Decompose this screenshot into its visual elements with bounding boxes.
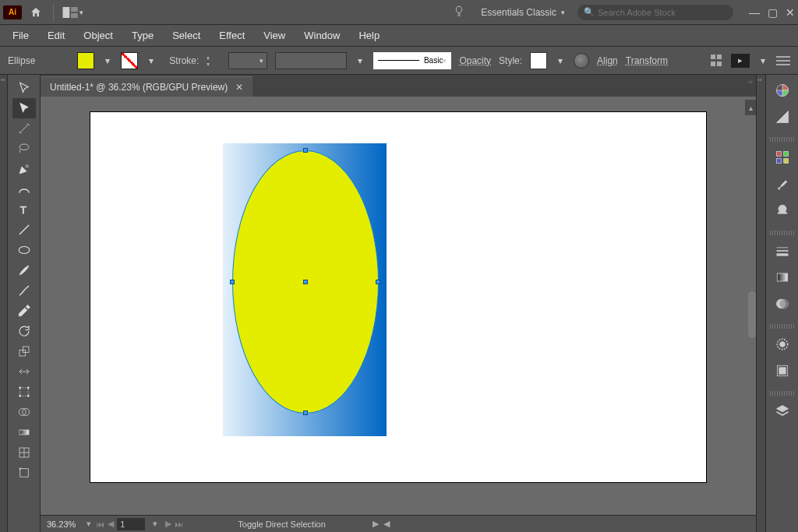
appearance-panel-button[interactable] bbox=[771, 333, 794, 355]
discover-lightbulb-icon[interactable] bbox=[453, 5, 465, 20]
mesh-tool[interactable] bbox=[12, 442, 36, 463]
fill-dropdown[interactable]: ▾ bbox=[102, 52, 113, 69]
swatches-panel-button[interactable] bbox=[771, 146, 794, 168]
width-tool[interactable] bbox=[12, 361, 36, 382]
anchor-handle-left[interactable] bbox=[230, 280, 235, 284]
chevron-down-icon: ▾ bbox=[79, 9, 83, 16]
anchor-handle-right[interactable] bbox=[376, 280, 380, 284]
gradient-tool[interactable] bbox=[12, 422, 36, 442]
minimize-button[interactable]: — bbox=[749, 6, 760, 19]
transparency-panel-button[interactable] bbox=[771, 293, 794, 315]
left-collapsed-panel-strip[interactable]: ›› bbox=[0, 75, 8, 532]
menu-type[interactable]: Type bbox=[124, 26, 161, 44]
hscroll-left[interactable]: ◀ bbox=[383, 519, 390, 529]
home-button[interactable] bbox=[26, 3, 45, 22]
first-artboard-button[interactable]: ⏮ bbox=[96, 520, 104, 529]
panel-collapse-chevron-icon[interactable]: ‹‹ bbox=[748, 78, 753, 86]
free-transform-tool[interactable] bbox=[12, 382, 36, 402]
last-artboard-button[interactable]: ⏭ bbox=[175, 520, 183, 529]
search-stock-field[interactable]: 🔍 bbox=[577, 5, 733, 20]
panel-group-grip-4[interactable] bbox=[770, 391, 795, 396]
zoom-dropdown[interactable]: ▾ bbox=[82, 519, 96, 529]
stroke-swatch[interactable] bbox=[121, 52, 138, 69]
selection-tool[interactable] bbox=[12, 78, 36, 98]
layers-panel-button[interactable] bbox=[771, 400, 794, 422]
right-collapsed-strip[interactable]: ‹‹ bbox=[756, 75, 765, 532]
symbols-panel-button[interactable] bbox=[771, 199, 794, 221]
align-link[interactable]: Align bbox=[597, 55, 618, 66]
ellipse-tool[interactable] bbox=[12, 240, 36, 260]
close-button[interactable]: ✕ bbox=[786, 6, 795, 19]
opacity-link[interactable]: Opacity bbox=[459, 55, 491, 66]
stroke-panel-button[interactable] bbox=[771, 240, 794, 262]
eyedropper-tool[interactable] bbox=[12, 301, 36, 321]
document-tab[interactable]: Untitled-1* @ 36.23% (RGB/GPU Preview) ✕ bbox=[41, 76, 252, 97]
line-tool[interactable] bbox=[12, 220, 36, 240]
scale-tool[interactable] bbox=[12, 341, 36, 361]
canvas-viewport[interactable]: ▴ bbox=[41, 97, 756, 515]
graphic-styles-panel-button[interactable] bbox=[771, 360, 794, 382]
rotate-tool[interactable] bbox=[12, 321, 36, 341]
zoom-level-field[interactable]: 36.23% bbox=[41, 520, 82, 529]
arrange-documents-button[interactable]: ▾ bbox=[62, 5, 83, 20]
vwp-caret[interactable]: ▾ bbox=[355, 52, 365, 69]
search-input[interactable] bbox=[598, 8, 727, 17]
tab-close-button[interactable]: ✕ bbox=[235, 82, 243, 93]
color-guide-panel-button[interactable] bbox=[771, 106, 794, 128]
curvature-tool[interactable] bbox=[12, 179, 36, 199]
menu-object[interactable]: Object bbox=[76, 26, 121, 44]
workspace-switcher[interactable]: Essentials Classic ▾ bbox=[481, 7, 565, 18]
svg-point-13 bbox=[19, 395, 20, 396]
maximize-button[interactable]: ▢ bbox=[768, 6, 778, 19]
stroke-label[interactable]: Stroke: bbox=[169, 55, 199, 66]
anchor-handle-top[interactable] bbox=[303, 148, 308, 153]
artboard[interactable] bbox=[90, 112, 706, 482]
panel-group-grip-3[interactable] bbox=[770, 324, 795, 329]
menu-file[interactable]: File bbox=[5, 26, 37, 44]
artboard-number-field[interactable]: 1 bbox=[117, 518, 145, 530]
paintbrush-tool[interactable] bbox=[12, 260, 36, 280]
stroke-weight-stepper[interactable]: ▴▾ bbox=[207, 52, 221, 69]
shape-builder-tool[interactable] bbox=[12, 402, 36, 422]
panel-group-grip-2[interactable] bbox=[770, 231, 795, 235]
menu-window[interactable]: Window bbox=[296, 26, 348, 44]
menu-effect[interactable]: Effect bbox=[211, 26, 252, 44]
align-to-pixel-grid-icon[interactable] bbox=[711, 55, 723, 67]
pen-tool[interactable] bbox=[12, 159, 36, 179]
brushes-panel-button[interactable] bbox=[771, 173, 794, 195]
stroke-dropdown[interactable]: ▾ bbox=[146, 52, 157, 69]
variable-width-profile-dropdown[interactable] bbox=[275, 52, 347, 69]
vertical-scrollbar-thumb[interactable] bbox=[748, 291, 756, 338]
blob-brush-tool[interactable] bbox=[12, 280, 36, 301]
scroll-up-arrow[interactable]: ▴ bbox=[745, 100, 756, 115]
center-point-handle[interactable] bbox=[303, 280, 308, 284]
menu-view[interactable]: View bbox=[256, 26, 293, 44]
color-panel-button[interactable] bbox=[771, 79, 794, 101]
menu-select[interactable]: Select bbox=[164, 26, 208, 44]
isolate-mode-button[interactable]: ▸ bbox=[731, 54, 750, 68]
fill-swatch[interactable] bbox=[77, 52, 94, 69]
status-menu-button[interactable]: ▶ bbox=[373, 519, 379, 529]
next-artboard-button[interactable]: ▶ bbox=[165, 519, 171, 529]
magic-wand-tool[interactable] bbox=[12, 118, 36, 139]
artboard-tool[interactable] bbox=[12, 463, 36, 483]
direct-selection-tool[interactable] bbox=[12, 98, 36, 118]
gradient-panel-button[interactable] bbox=[771, 266, 794, 288]
control-panel-menu-icon[interactable] bbox=[776, 56, 790, 65]
menu-edit[interactable]: Edit bbox=[40, 26, 72, 44]
prev-artboard-button[interactable]: ◀ bbox=[108, 519, 114, 529]
style-dropdown[interactable]: ▾ bbox=[555, 52, 566, 69]
artboard-dropdown[interactable]: ▾ bbox=[148, 519, 162, 529]
stroke-weight-dropdown[interactable]: ▾ bbox=[228, 52, 267, 69]
recolor-artwork-icon[interactable] bbox=[574, 53, 589, 69]
type-tool[interactable]: T bbox=[12, 199, 36, 220]
transform-link[interactable]: Transform bbox=[626, 55, 668, 66]
svg-rect-38 bbox=[779, 368, 785, 374]
ctrl-caret[interactable]: ▾ bbox=[757, 52, 768, 69]
panel-group-grip-1[interactable] bbox=[770, 137, 795, 142]
brush-definition-dropdown[interactable]: Basic ▾ bbox=[373, 52, 451, 69]
menu-help[interactable]: Help bbox=[351, 26, 387, 44]
anchor-handle-bottom[interactable] bbox=[303, 410, 308, 415]
graphic-style-swatch[interactable] bbox=[530, 52, 547, 69]
lasso-tool[interactable] bbox=[12, 139, 36, 159]
